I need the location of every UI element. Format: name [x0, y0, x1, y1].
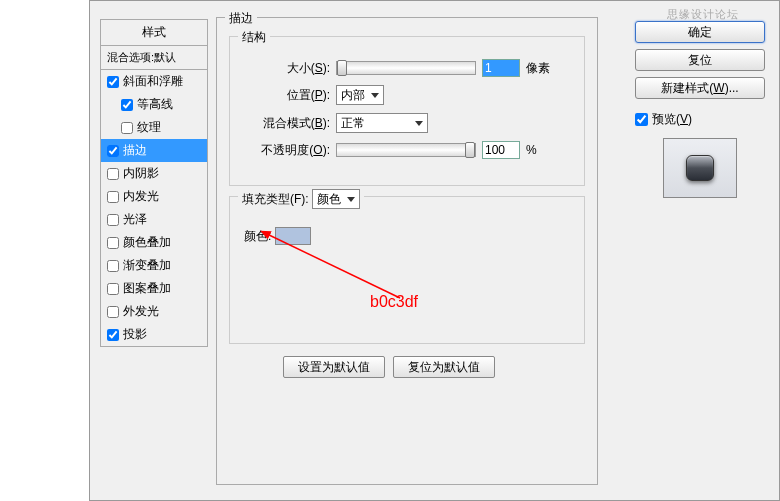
styles-header: 样式 [101, 20, 207, 46]
style-item-label: 外发光 [123, 303, 159, 320]
watermark: 思缘设计论坛 [667, 7, 739, 22]
cancel-button[interactable]: 复位 [635, 49, 765, 71]
structure-group: 结构 大小(S): 像素 位置(P): 内部 混合模式(B): [229, 36, 585, 186]
style-item-11[interactable]: 投影 [101, 323, 207, 346]
stroke-detail-panel: 描边 结构 大小(S): 像素 位置(P): 内部 混合模式(B): [216, 17, 598, 485]
style-item-label: 纹理 [137, 119, 161, 136]
fill-type-select[interactable]: 颜色 [312, 189, 360, 209]
styles-list-panel: 样式 混合选项:默认 斜面和浮雕等高线纹理描边内阴影内发光光泽颜色叠加渐变叠加图… [100, 19, 208, 347]
style-item-0[interactable]: 斜面和浮雕 [101, 70, 207, 93]
set-default-button[interactable]: 设置为默认值 [283, 356, 385, 378]
chevron-down-icon [415, 121, 423, 126]
size-input[interactable] [482, 59, 520, 77]
right-column: 确定 复位 新建样式(W)... 预览(V) [635, 21, 765, 198]
style-item-label: 内阴影 [123, 165, 159, 182]
style-checkbox[interactable] [121, 122, 133, 134]
size-slider[interactable] [336, 61, 476, 75]
style-item-8[interactable]: 渐变叠加 [101, 254, 207, 277]
style-item-label: 等高线 [137, 96, 173, 113]
detail-title: 描边 [225, 10, 257, 27]
style-checkbox[interactable] [107, 168, 119, 180]
style-checkbox[interactable] [107, 76, 119, 88]
style-checkbox[interactable] [107, 306, 119, 318]
ok-button[interactable]: 确定 [635, 21, 765, 43]
color-annotation: b0c3df [370, 293, 418, 311]
new-style-button[interactable]: 新建样式(W)... [635, 77, 765, 99]
style-item-9[interactable]: 图案叠加 [101, 277, 207, 300]
fill-type-group: 填充类型(F): 颜色 颜色: [229, 196, 585, 344]
style-checkbox[interactable] [107, 283, 119, 295]
style-checkbox[interactable] [107, 237, 119, 249]
preview-checkbox[interactable] [635, 113, 648, 126]
style-item-label: 颜色叠加 [123, 234, 171, 251]
opacity-label: 不透明度(O): [240, 142, 330, 159]
preview-checkbox-row[interactable]: 预览(V) [635, 111, 765, 128]
opacity-input[interactable] [482, 141, 520, 159]
opacity-slider[interactable] [336, 143, 476, 157]
style-item-label: 图案叠加 [123, 280, 171, 297]
style-item-label: 投影 [123, 326, 147, 343]
opacity-unit: % [526, 143, 537, 157]
style-item-10[interactable]: 外发光 [101, 300, 207, 323]
style-checkbox[interactable] [107, 145, 119, 157]
reset-default-button[interactable]: 复位为默认值 [393, 356, 495, 378]
layer-style-dialog: 思缘设计论坛 样式 混合选项:默认 斜面和浮雕等高线纹理描边内阴影内发光光泽颜色… [89, 0, 780, 501]
color-label: 颜色: [244, 228, 271, 245]
fill-type-title: 填充类型(F): 颜色 [238, 189, 364, 209]
style-item-label: 光泽 [123, 211, 147, 228]
structure-title: 结构 [238, 29, 270, 46]
chevron-down-icon [347, 197, 355, 202]
style-checkbox[interactable] [107, 214, 119, 226]
style-item-2[interactable]: 纹理 [101, 116, 207, 139]
style-checkbox[interactable] [107, 260, 119, 272]
style-item-7[interactable]: 颜色叠加 [101, 231, 207, 254]
style-checkbox[interactable] [121, 99, 133, 111]
preview-box [663, 138, 737, 198]
preview-thumbnail-icon [686, 155, 714, 181]
blend-mode-select[interactable]: 正常 [336, 113, 428, 133]
style-item-label: 渐变叠加 [123, 257, 171, 274]
style-item-label: 内发光 [123, 188, 159, 205]
blend-mode-label: 混合模式(B): [240, 115, 330, 132]
style-item-label: 斜面和浮雕 [123, 73, 183, 90]
size-label: 大小(S): [240, 60, 330, 77]
style-item-3[interactable]: 描边 [101, 139, 207, 162]
blend-options-item[interactable]: 混合选项:默认 [101, 46, 207, 70]
color-swatch[interactable] [275, 227, 311, 245]
position-label: 位置(P): [240, 87, 330, 104]
style-item-5[interactable]: 内发光 [101, 185, 207, 208]
chevron-down-icon [371, 93, 379, 98]
style-item-6[interactable]: 光泽 [101, 208, 207, 231]
style-item-4[interactable]: 内阴影 [101, 162, 207, 185]
style-checkbox[interactable] [107, 191, 119, 203]
position-select[interactable]: 内部 [336, 85, 384, 105]
style-item-1[interactable]: 等高线 [101, 93, 207, 116]
style-checkbox[interactable] [107, 329, 119, 341]
size-unit: 像素 [526, 60, 550, 77]
style-item-label: 描边 [123, 142, 147, 159]
